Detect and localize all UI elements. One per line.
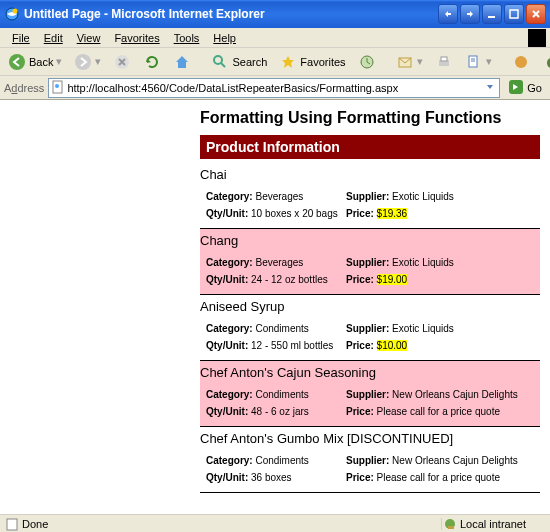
close-button[interactable] (526, 4, 546, 24)
stop-button[interactable] (109, 51, 135, 73)
svg-rect-21 (448, 526, 454, 529)
product-item: Chef Anton's Cajun SeasoningCategory: Co… (200, 361, 540, 427)
maximize-button[interactable] (504, 4, 524, 24)
back-button[interactable]: Back ▾ (4, 51, 66, 73)
ext-button-2[interactable] (460, 4, 480, 24)
back-label: Back (29, 56, 53, 68)
stop-icon (113, 53, 131, 71)
zone-icon (444, 518, 457, 531)
svg-point-17 (55, 84, 59, 88)
product-details: Category: CondimentsSupplier: Exotic Liq… (200, 320, 540, 354)
svg-point-13 (515, 56, 527, 68)
go-label: Go (527, 82, 542, 94)
product-name: Chai (200, 167, 540, 182)
search-label: Search (232, 56, 267, 68)
product-details: Category: CondimentsSupplier: New Orlean… (200, 386, 540, 420)
status-text: Done (4, 518, 441, 530)
mail-icon (396, 53, 414, 71)
bug-icon (542, 53, 550, 71)
menu-view[interactable]: View (71, 30, 107, 46)
favorites-label: Favorites (300, 56, 345, 68)
content-area: Formatting Using Formatting Functions Pr… (0, 100, 550, 514)
edit-icon (465, 53, 483, 71)
product-name: Aniseed Syrup (200, 299, 540, 314)
home-button[interactable] (169, 51, 195, 73)
go-button[interactable]: Go (504, 79, 546, 97)
go-icon (508, 79, 524, 97)
menubar: File Edit View Favorites Tools Help (0, 28, 550, 48)
product-details: Category: BeveragesSupplier: Exotic Liqu… (200, 254, 540, 288)
svg-point-5 (75, 54, 91, 70)
favorites-icon (279, 53, 297, 71)
forward-button[interactable]: ▾ (70, 51, 105, 73)
svg-point-1 (13, 9, 18, 14)
product-name: Chef Anton's Cajun Seasoning (200, 365, 540, 380)
refresh-icon (143, 53, 161, 71)
menu-file[interactable]: File (6, 30, 36, 46)
print-button[interactable] (431, 51, 457, 73)
section-header: Product Information (200, 135, 540, 159)
app-logo-icon (528, 29, 546, 47)
ext-icon-2[interactable] (538, 51, 550, 73)
page-heading: Formatting Using Formatting Functions (200, 109, 540, 127)
window-title: Untitled Page - Microsoft Internet Explo… (24, 7, 438, 21)
edit-button[interactable]: ▾ (461, 51, 496, 73)
mail-button[interactable]: ▾ (392, 51, 427, 73)
product-item: Aniseed SyrupCategory: CondimentsSupplie… (200, 295, 540, 361)
address-dropdown-icon[interactable] (483, 82, 497, 94)
favorites-button[interactable]: Favorites (275, 51, 349, 73)
window-buttons (438, 4, 546, 24)
ext-button-1[interactable] (438, 4, 458, 24)
toolbar: Back ▾ ▾ Search Favorites ▾ ▾ (0, 48, 550, 76)
ie-icon (4, 6, 20, 22)
refresh-button[interactable] (139, 51, 165, 73)
back-dropdown-icon: ▾ (56, 55, 62, 68)
search-icon (211, 53, 229, 71)
forward-dropdown-icon: ▾ (95, 55, 101, 68)
svg-rect-3 (510, 10, 518, 18)
ext-icon-1[interactable] (508, 51, 534, 73)
address-label: Address (4, 82, 44, 94)
menu-favorites[interactable]: Favorites (108, 30, 165, 46)
product-name: Chang (200, 233, 540, 248)
svg-point-7 (214, 56, 222, 64)
history-icon (358, 53, 376, 71)
svg-point-4 (9, 54, 25, 70)
product-item: ChaiCategory: BeveragesSupplier: Exotic … (200, 163, 540, 229)
search-button[interactable]: Search (207, 51, 271, 73)
address-url: http://localhost:4560/Code/DataListRepea… (65, 82, 483, 94)
done-icon (6, 518, 19, 531)
product-details: Category: CondimentsSupplier: New Orlean… (200, 452, 540, 486)
home-icon (173, 53, 191, 71)
svg-rect-2 (488, 16, 495, 18)
product-item: ChangCategory: BeveragesSupplier: Exotic… (200, 229, 540, 295)
svg-rect-11 (441, 57, 447, 61)
forward-icon (74, 53, 92, 71)
menu-help[interactable]: Help (207, 30, 242, 46)
window-titlebar: Untitled Page - Microsoft Internet Explo… (0, 0, 550, 28)
address-input[interactable]: http://localhost:4560/Code/DataListRepea… (48, 78, 500, 98)
menu-edit[interactable]: Edit (38, 30, 69, 46)
svg-rect-19 (7, 519, 17, 530)
menu-tools[interactable]: Tools (168, 30, 206, 46)
statusbar: Done Local intranet (0, 514, 550, 532)
history-button[interactable] (354, 51, 380, 73)
page-icon (51, 80, 65, 96)
print-icon (435, 53, 453, 71)
product-name: Chef Anton's Gumbo Mix [DISCONTINUED] (200, 431, 540, 446)
minimize-button[interactable] (482, 4, 502, 24)
svg-point-14 (547, 58, 550, 68)
status-zone: Local intranet (441, 518, 546, 530)
product-details: Category: BeveragesSupplier: Exotic Liqu… (200, 188, 540, 222)
globe-icon (512, 53, 530, 71)
product-item: Chef Anton's Gumbo Mix [DISCONTINUED]Cat… (200, 427, 540, 493)
back-icon (8, 53, 26, 71)
addressbar: Address http://localhost:4560/Code/DataL… (0, 76, 550, 100)
